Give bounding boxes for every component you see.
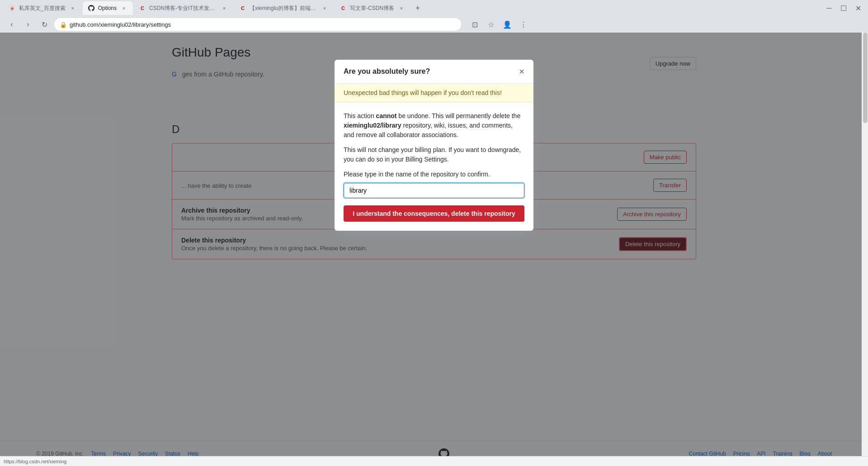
tab-3-favicon: C [240,5,246,11]
star-button[interactable]: ☆ [485,18,497,31]
tab-4-title: 写文章-CSDN博客 [350,5,394,12]
modal-warning-text: Unexpected bad things will happen if you… [344,89,524,96]
modal-body: This action cannot be undone. This will … [335,102,533,231]
scrollbar-thumb[interactable] [863,33,868,123]
tab-0[interactable]: 🀄 私库英文_百度搜索 × [4,1,82,15]
modal-body-line1: This action cannot be undone. This will … [344,111,524,140]
tab-bar: 🀄 私库英文_百度搜索 × Options × C CSDN博客-专业IT技术发… [0,0,868,16]
modal-overlay: Are you absolutely sure? × Unexpected ba… [0,33,868,466]
forward-button[interactable]: › [22,18,34,31]
tab-2[interactable]: C CSDN博客-专业IT技术发表平台 × [134,1,233,15]
modal-body-line2: This will not change your billing plan. … [344,145,524,164]
tab-2-title: CSDN博客-专业IT技术发表平台 [149,5,217,12]
lock-icon: 🔒 [60,21,67,28]
tab-0-close[interactable]: × [69,5,76,12]
back-button[interactable]: ‹ [5,18,18,31]
status-url: https://blog.csdn.net/xieming [4,459,66,464]
tab-4-favicon: C [340,5,346,11]
browser-chrome: 🀄 私库英文_百度搜索 × Options × C CSDN博客-专业IT技术发… [0,0,868,33]
repository-name-input[interactable] [344,183,524,198]
tab-1[interactable]: Options × [83,1,133,15]
confirm-delete-button[interactable]: I understand the consequences, delete th… [344,205,524,222]
tab-3-close[interactable]: × [321,5,328,12]
tab-0-title: 私库英文_百度搜索 [19,5,66,12]
modal-close-button[interactable]: × [519,67,524,76]
modal-title: Are you absolutely sure? [344,67,430,76]
refresh-button[interactable]: ↻ [38,18,51,31]
profile-button[interactable]: 👤 [501,18,514,31]
tab-1-favicon [88,5,94,11]
page-content: GitHub Pages G ges from a GitHub reposit… [0,33,868,466]
window-controls: ─ ☐ ✕ [823,2,864,14]
url-text: github.com/xieminglu02/library/settings [70,21,171,28]
translate-button[interactable]: ⊡ [468,18,481,31]
modal-warning: Unexpected bad things will happen if you… [335,84,533,102]
close-window-button[interactable]: ✕ [852,2,864,14]
browser-actions: ⊡ ☆ 👤 ⋮ [468,18,530,31]
modal-cannot-text: cannot [376,112,397,119]
status-bar: https://blog.csdn.net/xieming [0,456,868,466]
address-bar: ‹ › ↻ 🔒 github.com/xieminglu02/library/s… [0,16,868,33]
maximize-button[interactable]: ☐ [837,2,850,14]
tab-3-title: 【xieminglu的博客】前端_后端 [250,5,317,12]
tab-1-title: Options [98,5,117,11]
new-tab-button[interactable]: + [411,2,424,14]
menu-button[interactable]: ⋮ [517,18,530,31]
minimize-button[interactable]: ─ [823,2,835,14]
url-bar[interactable]: 🔒 github.com/xieminglu02/library/setting… [54,18,461,31]
tab-2-favicon: C [139,5,146,11]
confirm-delete-modal: Are you absolutely sure? × Unexpected ba… [335,60,533,231]
tab-2-close[interactable]: × [221,5,228,12]
tab-4-close[interactable]: × [398,5,405,12]
modal-repo-name: xieminglu02/library [344,122,401,129]
tab-0-favicon: 🀄 [9,5,15,11]
tab-1-close[interactable]: × [120,5,127,12]
scrollbar-track[interactable] [862,33,868,466]
modal-header: Are you absolutely sure? × [335,60,533,84]
modal-confirm-label: Please type in the name of the repositor… [344,170,524,179]
tab-4[interactable]: C 写文章-CSDN博客 × [335,1,410,15]
tab-3[interactable]: C 【xieminglu的博客】前端_后端 × [234,1,334,15]
